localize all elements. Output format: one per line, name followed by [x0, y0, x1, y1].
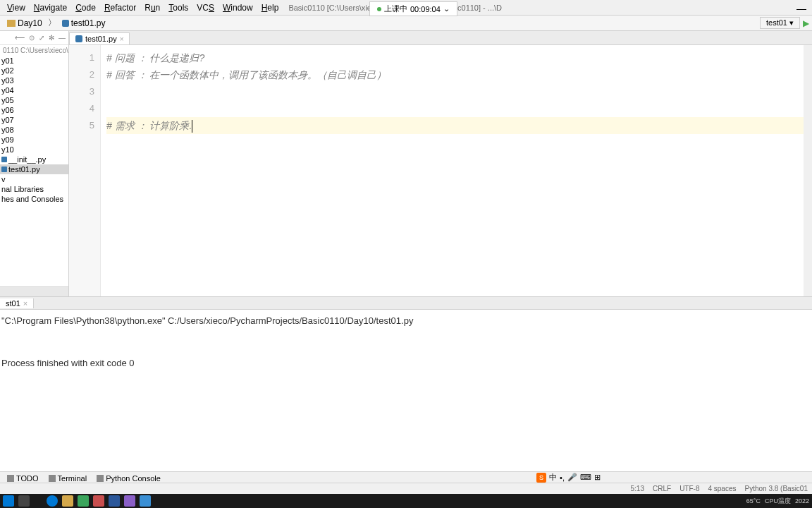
ime-keyboard-icon[interactable]: ⌨	[580, 473, 591, 482]
image-app-icon[interactable]	[93, 495, 104, 507]
python-file-icon	[62, 20, 69, 27]
project-panel: ⟵ ⊙ ⤢ ✻ — 0110 C:\Users\xieco\Pych y01 y…	[0, 31, 69, 296]
tree-spacer	[0, 286, 68, 296]
menu-view[interactable]: View	[3, 1, 30, 14]
python-file-icon	[75, 35, 82, 42]
project-root-path: 0110 C:\Users\xieco\Pych	[0, 45, 68, 56]
tree-item[interactable]: y01	[0, 56, 68, 66]
menu-run[interactable]: Run	[140, 1, 164, 14]
menu-window[interactable]: Window	[219, 1, 257, 14]
tree-item[interactable]: y10	[0, 145, 68, 155]
python-interpreter[interactable]: Python 3.8 (Basic01	[745, 485, 808, 492]
editor-tab[interactable]: test01.py ×	[69, 32, 130, 44]
tree-item[interactable]: y03	[0, 75, 68, 85]
word-icon[interactable]	[109, 495, 120, 507]
run-output[interactable]: "C:\Program Files\Python38\python.exe" C…	[0, 310, 812, 375]
project-toolbar: ⟵ ⊙ ⤢ ✻ —	[0, 31, 68, 45]
edge-icon[interactable]	[47, 495, 58, 507]
tree-item[interactable]: v	[0, 174, 68, 184]
recording-time: 00:09:04	[410, 5, 441, 13]
breadcrumb-file[interactable]: test01.py	[58, 18, 110, 29]
paint-icon[interactable]	[124, 495, 135, 507]
task-view-button[interactable]	[18, 495, 30, 507]
tree-item[interactable]: nal Libraries	[0, 184, 68, 194]
recording-dot-icon	[377, 7, 381, 11]
editor-panel: test01.py × 1 2 3 4 5 # 问题 ： 什么是递归? # 回答…	[69, 31, 812, 296]
tree-item[interactable]: y06	[0, 105, 68, 115]
start-button[interactable]	[3, 495, 14, 507]
menu-refactor[interactable]: Refactor	[100, 1, 140, 14]
run-tab[interactable]: st01×	[0, 298, 34, 308]
tool-tab-todo[interactable]: TODO	[3, 473, 43, 483]
breadcrumb-bar: Day10 〉 test01.py test01 ▾ ▶	[0, 16, 812, 31]
editor-body[interactable]: 1 2 3 4 5 # 问题 ： 什么是递归? # 回答 ： 在一个函数体中，调…	[69, 45, 812, 296]
code-area[interactable]: # 问题 ： 什么是递归? # 回答 ： 在一个函数体中，调用了该函数本身。（自…	[101, 45, 812, 296]
editor-tabs: test01.py ×	[69, 31, 812, 45]
cursor-position[interactable]: 5:13	[631, 485, 644, 492]
tree-item[interactable]: y07	[0, 115, 68, 125]
run-button[interactable]: ▶	[803, 18, 809, 28]
run-panel: st01× "C:\Program Files\Python38\python.…	[0, 296, 812, 476]
tree-item[interactable]: y05	[0, 95, 68, 105]
scrollbar[interactable]	[804, 45, 812, 296]
ime-grid-icon[interactable]: ⊞	[594, 473, 601, 482]
tree-item[interactable]: y02	[0, 66, 68, 75]
text-cursor	[192, 120, 192, 133]
system-tray[interactable]: 65°C CPU温度 2022	[746, 497, 809, 506]
recording-label: 上课中	[384, 4, 407, 14]
file-encoding[interactable]: UTF-8	[679, 485, 699, 492]
explorer-icon[interactable]	[62, 495, 73, 507]
tree-item[interactable]: y04	[0, 85, 68, 95]
todo-icon	[7, 475, 14, 482]
tree-item[interactable]: y08	[0, 125, 68, 135]
close-icon[interactable]: ×	[23, 299, 27, 308]
sogou-icon: S	[536, 473, 546, 483]
ime-mic-icon[interactable]: 🎤	[567, 473, 577, 482]
gear-icon[interactable]: ✻	[49, 34, 54, 42]
recording-widget[interactable]: 上课中 00:09:04 ⌄	[369, 1, 457, 16]
video-app-icon[interactable]	[140, 495, 151, 507]
indent-info[interactable]: 4 spaces	[708, 485, 736, 492]
hide-icon[interactable]: —	[59, 34, 66, 42]
menu-tools[interactable]: Tools	[164, 1, 192, 14]
line-gutter: 1 2 3 4 5	[69, 45, 101, 296]
close-tab-icon[interactable]: ×	[120, 35, 124, 43]
tree-item[interactable]: hes and Consoles	[0, 194, 68, 204]
tree-item[interactable]: __init__.py	[0, 155, 68, 164]
expand-icon[interactable]: ⤢	[39, 34, 44, 42]
minimize-button[interactable]: —	[796, 3, 806, 14]
menu-navigate[interactable]: Navigate	[30, 1, 71, 14]
status-bar: 5:13 CRLF UTF-8 4 spaces Python 3.8 (Bas…	[0, 483, 812, 494]
taskbar: 65°C CPU温度 2022	[0, 494, 812, 508]
pycharm-icon[interactable]	[78, 495, 89, 507]
menu-vcs[interactable]: VCS	[192, 1, 219, 14]
ime-widget[interactable]: S 中 •, 🎤 ⌨ ⊞	[536, 472, 601, 483]
folder-icon	[7, 20, 16, 27]
line-separator[interactable]: CRLF	[653, 485, 671, 492]
breadcrumb-folder[interactable]: Day10	[3, 18, 47, 29]
target-icon[interactable]: ⊙	[29, 34, 35, 42]
tree-item[interactable]: y09	[0, 135, 68, 145]
menu-code[interactable]: Code	[71, 1, 100, 14]
terminal-icon	[49, 475, 56, 482]
chevron-down-icon: ⌄	[443, 4, 450, 13]
tree-item-current[interactable]: test01.py	[0, 164, 68, 174]
tool-tab-terminal[interactable]: Terminal	[44, 473, 92, 483]
collapse-icon[interactable]: ⟵	[15, 34, 25, 42]
ime-punct-icon[interactable]: •,	[560, 473, 565, 482]
tool-tab-python-console[interactable]: Python Console	[92, 473, 165, 483]
menu-help[interactable]: Help	[257, 1, 283, 14]
project-tree[interactable]: y01 y02 y03 y04 y05 y06 y07 y08 y09 y10 …	[0, 56, 68, 286]
python-icon	[97, 475, 104, 482]
run-config-selector[interactable]: test01 ▾	[760, 17, 800, 29]
